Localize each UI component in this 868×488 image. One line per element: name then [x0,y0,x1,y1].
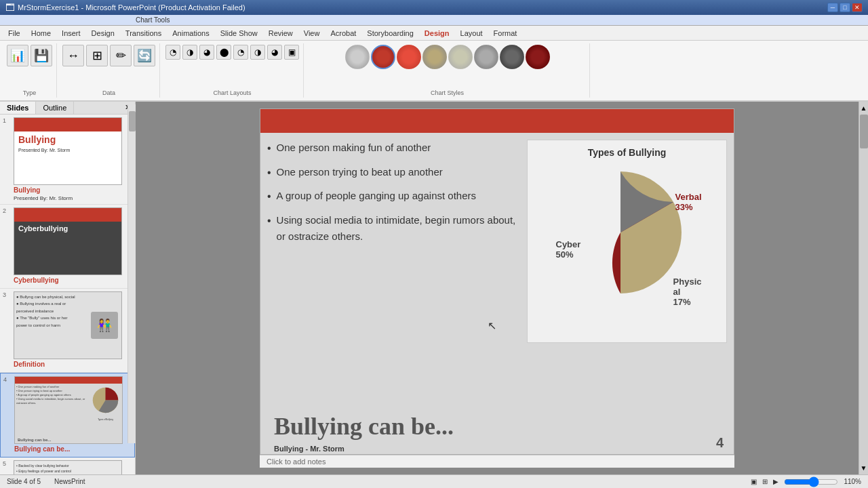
switch-row-column-button[interactable]: ↔ [62,45,84,66]
chart-style-1[interactable] [345,45,370,69]
chart-layout-6[interactable]: ◑ [250,45,265,60]
chart-layout-8[interactable]: ▣ [284,45,299,60]
menu-transitions[interactable]: Transitions [120,28,167,39]
slide-number: 4 [716,435,724,451]
menu-charttools-design[interactable]: Design [419,28,455,39]
slides-list: 1 Bullying Presented By: Mr. Storm Bully… [0,115,135,474]
slide-item-1[interactable]: 1 Bullying Presented By: Mr. Storm Bully… [0,115,135,205]
scroll-thumb[interactable] [860,115,868,148]
chart-style-3[interactable] [397,45,421,69]
slide-label-2: Cyberbullying [14,275,132,285]
chart-tools-label: Chart Tools [136,16,170,24]
minimize-button[interactable]: ─ [827,3,838,12]
menu-slideshow[interactable]: Slide Show [215,28,263,39]
ribbon-chart-layout-icons: ◔ ◑ ◕ ⬤ ◔ ◑ ◕ ▣ [165,45,299,60]
chart-style-5[interactable] [448,45,473,69]
pie-label-physical: Physical17% [673,277,702,307]
chart-style-6[interactable] [474,45,498,69]
menu-storyboarding[interactable]: Storyboarding [361,28,419,39]
theme-info: NewsPrint [54,478,85,485]
slide-num-4: 4 [3,376,12,383]
slide-1-content: Bullying Presented By: Mr. Storm Bullyin… [14,117,132,201]
chart-style-4[interactable] [422,45,447,69]
slide-5-content: • Backed by clear bullying behavior • En… [14,460,132,474]
slide-bullet-text-4: Using social media to intimidate, begin … [277,212,520,245]
slide-item-3[interactable]: 3 ● Bullyng can be physical, social ● Bu… [0,289,135,373]
close-button[interactable]: ✕ [852,3,863,12]
slide-thumb-3: ● Bullyng can be physical, social ● Bull… [14,291,122,359]
slide-author: Bullying - Mr. Storm [260,443,734,454]
menu-file[interactable]: File [3,28,26,39]
slide-item-4[interactable]: 4 • One person making fun of another • O… [0,373,135,458]
chart-layout-3[interactable]: ◕ [199,45,214,60]
slide-bullet-4: • Using social media to intimidate, begi… [267,212,520,245]
slide-4-mini-label: Types of Bullying [90,418,121,421]
chart-layout-5[interactable]: ◔ [233,45,248,60]
scroll-down-arrow[interactable]: ▼ [861,464,867,472]
left-panel: Slides Outline ✕ 1 Bullying Presented By… [0,102,136,474]
view-slideshow[interactable]: ▶ [773,478,778,485]
view-reading[interactable]: ⊞ [762,478,768,485]
slide-1-sub: Presented By: Mr. Storm [14,148,121,152]
scroll-up-arrow[interactable]: ▲ [861,104,867,112]
menu-bar: File Home Insert Design Transitions Anim… [0,26,868,41]
bullet-dot-3: • [267,188,271,205]
right-scrollbar[interactable]: ▲ ▼ [859,102,868,474]
title-bar-left: 🗔 MrStormExercise1 - Microsoft PowerPoin… [5,2,245,13]
status-right: ▣ ⊞ ▶ 110% [751,476,861,487]
notes-placeholder[interactable]: Click to add notes [267,458,326,466]
slide-bullet-text-3: A group of people ganging up against oth… [277,188,476,204]
left-scrollbar[interactable] [127,104,136,443]
chart-layout-4[interactable]: ⬤ [216,45,231,60]
slide-item-2[interactable]: 2 Cyberbullying Cyberbullying [0,205,135,289]
zoom-slider[interactable] [784,476,838,487]
chart-layout-2[interactable]: ◑ [182,45,197,60]
select-data-button[interactable]: ⊞ [86,45,108,66]
menu-charttools-layout[interactable]: Layout [455,28,488,39]
slide-num-1: 1 [3,117,11,124]
slide-label-3: Definition [14,359,132,369]
main-slide-area[interactable]: • One person making fun of another • One… [136,102,859,474]
menu-animations[interactable]: Animations [167,28,214,39]
menu-charttools-format[interactable]: Format [488,28,523,39]
menu-home[interactable]: Home [26,28,56,39]
slide-thumb-4: • One person making fun of another • One… [14,376,123,444]
slides-tab[interactable]: Slides [0,102,36,114]
slide-bullet-2: • One person trying to beat up another [267,164,520,182]
slide-item-5[interactable]: 5 • Backed by clear bullying behavior • … [0,458,135,474]
menu-acrobat[interactable]: Acrobat [325,28,361,39]
menu-insert[interactable]: Insert [56,28,86,39]
ribbon-group-type: 📊 💾 Type [3,43,57,98]
ribbon-group-chart-styles: Chart Styles [305,43,590,98]
outline-tab[interactable]: Outline [36,102,74,114]
slide-thumb-2: Cyberbullying [14,207,122,275]
save-as-template-button[interactable]: 💾 [31,45,52,66]
chart-style-7[interactable] [500,45,524,69]
title-bar: 🗔 MrStormExercise1 - Microsoft PowerPoin… [0,0,868,15]
chart-layout-7[interactable]: ◕ [267,45,282,60]
menu-view[interactable]: View [298,28,326,39]
slide-bullet-text-2: One person trying to beat up another [277,164,443,180]
chart-style-2[interactable] [371,45,395,69]
slide-info: Slide 4 of 5 [7,478,41,485]
menu-design[interactable]: Design [86,28,120,39]
chart-layout-1[interactable]: ◔ [165,45,180,60]
title-bar-controls: ─ □ ✕ [827,3,863,12]
slide-bullet-1: • One person making fun of another [267,140,520,157]
zoom-level: 110% [844,478,861,485]
ribbon: 📊 💾 Type ↔ ⊞ ✏ 🔄 Data ◔ ◑ ◕ ⬤ ◔ ◑ ◕ ▣ Ch… [0,41,868,102]
maximize-button[interactable]: □ [840,3,850,12]
chart-container[interactable]: Types of Bullying [527,140,727,343]
slide-content: • One person making fun of another • One… [260,133,734,413]
pie-chart: Cyber50% Verbal33% Physical17% [553,165,702,314]
view-normal[interactable]: ▣ [751,478,757,485]
chart-style-8[interactable] [526,45,550,69]
notes-bar[interactable]: Click to add notes [260,455,734,468]
refresh-data-button[interactable]: 🔄 [134,45,155,66]
menu-review[interactable]: Review [263,28,298,39]
left-scroll-thumb[interactable] [129,111,136,131]
slide-bullet-3: • A group of people ganging up against o… [267,188,520,205]
change-chart-type-button[interactable]: 📊 [7,45,28,66]
status-bar: Slide 4 of 5 NewsPrint ▣ ⊞ ▶ 110% [0,474,868,488]
edit-data-button[interactable]: ✏ [110,45,132,66]
